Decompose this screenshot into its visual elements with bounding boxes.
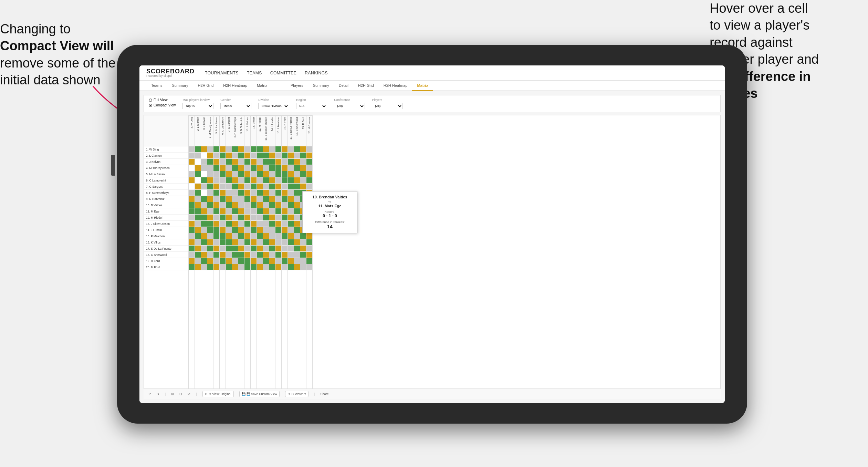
grid-cell-r11-c11[interactable] <box>251 208 257 215</box>
grid-cell-r15-c13[interactable] <box>263 233 269 239</box>
grid-cell-r19-c20[interactable] <box>306 258 312 264</box>
grid-cell-r10-c3[interactable] <box>201 202 207 208</box>
filter-region-select[interactable]: N/A <box>296 103 327 109</box>
grid-cell-r17-c6[interactable] <box>220 246 226 252</box>
grid-cell-r12-c18[interactable] <box>294 215 300 221</box>
grid-cell-r1-c14[interactable] <box>269 146 275 153</box>
grid-cell-r15-c7[interactable] <box>226 233 232 239</box>
grid-cell-r15-c15[interactable] <box>275 233 281 239</box>
grid-cell-r16-c2[interactable] <box>195 239 201 246</box>
grid-cell-r20-c12[interactable] <box>257 264 263 270</box>
grid-cell-r2-c13[interactable] <box>263 153 269 159</box>
grid-cell-r19-c3[interactable] <box>201 258 207 264</box>
grid-cell-r2-c2[interactable] <box>195 153 201 159</box>
grid-cell-r14-c3[interactable] <box>201 227 207 233</box>
grid-cell-r6-c16[interactable] <box>282 177 287 184</box>
grid-cell-r3-c14[interactable] <box>269 159 275 165</box>
view-original-btn[interactable]: ⊙ ⊙ View: Original <box>202 391 234 397</box>
grid-cell-r10-c6[interactable] <box>220 202 226 208</box>
grid-cell-r2-c9[interactable] <box>238 153 244 159</box>
grid-cell-r1-c19[interactable] <box>300 146 306 153</box>
grid-cell-r1-c18[interactable] <box>294 146 300 153</box>
grid-cell-r2-c20[interactable] <box>306 153 312 159</box>
grid-cell-r12-c13[interactable] <box>263 215 269 221</box>
grid-cell-r8-c10[interactable] <box>244 190 250 196</box>
grid-cell-r6-c4[interactable] <box>207 177 213 184</box>
grid-cell-r3-c7[interactable] <box>226 159 232 165</box>
grid-cell-r18-c4[interactable] <box>207 252 213 258</box>
grid-cell-r11-c16[interactable] <box>282 208 287 215</box>
grid-cell-r3-c16[interactable] <box>282 159 287 165</box>
grid-cell-r18-c16[interactable] <box>282 252 287 258</box>
grid-cell-r2-c6[interactable] <box>220 153 226 159</box>
grid-cell-r11-c7[interactable] <box>226 208 232 215</box>
grid-cell-r1-c13[interactable] <box>263 146 269 153</box>
compact-view-option[interactable]: Compact View <box>149 103 176 107</box>
grid-cell-r5-c1[interactable] <box>189 171 195 177</box>
grid-cell-r7-c9[interactable] <box>238 184 244 190</box>
grid-cell-r7-c16[interactable] <box>282 184 287 190</box>
grid-cell-r9-c3[interactable] <box>201 196 207 202</box>
grid-cell-r15-c16[interactable] <box>282 233 287 239</box>
grid-cell-r19-c17[interactable] <box>288 258 294 264</box>
toolbar-refresh[interactable]: ⟳ <box>188 392 190 396</box>
grid-cell-r16-c16[interactable] <box>282 239 287 246</box>
grid-cell-r9-c4[interactable] <box>207 196 213 202</box>
grid-cell-r13-c14[interactable] <box>269 221 275 227</box>
grid-cell-r4-c17[interactable] <box>288 165 294 171</box>
grid-cell-r4-c2[interactable] <box>195 165 201 171</box>
grid-cell-r5-c3[interactable] <box>201 171 207 177</box>
grid-cell-r8-c7[interactable] <box>226 190 232 196</box>
grid-cell-r10-c7[interactable] <box>226 202 232 208</box>
grid-cell-r9-c11[interactable] <box>251 196 257 202</box>
grid-cell-r6-c9[interactable] <box>238 177 244 184</box>
grid-cell-r5-c18[interactable] <box>294 171 300 177</box>
grid-cell-r7-c7[interactable] <box>226 184 232 190</box>
grid-cell-r18-c1[interactable] <box>189 252 195 258</box>
grid-cell-r3-c11[interactable] <box>251 159 257 165</box>
grid-cell-r10-c10[interactable] <box>244 202 250 208</box>
grid-cell-r1-c16[interactable] <box>282 146 287 153</box>
grid-cell-r6-c2[interactable] <box>195 177 201 184</box>
grid-cell-r11-c8[interactable] <box>232 208 238 215</box>
grid-cell-r3-c20[interactable] <box>306 159 312 165</box>
grid-cell-r8-c6[interactable] <box>220 190 226 196</box>
grid-cell-r20-c10[interactable] <box>244 264 250 270</box>
grid-cell-r14-c4[interactable] <box>207 227 213 233</box>
grid-cell-r4-c8[interactable] <box>232 165 238 171</box>
grid-cell-r2-c3[interactable] <box>201 153 207 159</box>
grid-cell-r1-c8[interactable] <box>232 146 238 153</box>
grid-cell-r6-c15[interactable] <box>275 177 281 184</box>
grid-cell-r5-c13[interactable] <box>263 171 269 177</box>
grid-cell-r11-c13[interactable] <box>263 208 269 215</box>
grid-cell-r17-c19[interactable] <box>300 246 306 252</box>
grid-cell-r19-c5[interactable] <box>213 258 219 264</box>
grid-cell-r10-c15[interactable] <box>275 202 281 208</box>
grid-cell-r4-c7[interactable] <box>226 165 232 171</box>
grid-cell-r1-c9[interactable] <box>238 146 244 153</box>
tab-h2h-grid[interactable]: H2H Grid <box>193 81 218 91</box>
grid-cell-r10-c2[interactable] <box>195 202 201 208</box>
grid-cell-r5-c5[interactable] <box>213 171 219 177</box>
grid-cell-r18-c14[interactable] <box>269 252 275 258</box>
grid-cell-r5-c6[interactable] <box>220 171 226 177</box>
grid-cell-r1-c17[interactable] <box>288 146 294 153</box>
grid-cell-r15-c20[interactable] <box>306 233 312 239</box>
grid-cell-r17-c7[interactable] <box>226 246 232 252</box>
grid-cell-r12-c11[interactable] <box>251 215 257 221</box>
grid-cell-r17-c9[interactable] <box>238 246 244 252</box>
nav-committee[interactable]: COMMITTEE <box>270 71 297 75</box>
grid-cell-r12-c15[interactable] <box>275 215 281 221</box>
grid-cell-r13-c1[interactable] <box>189 221 195 227</box>
grid-cell-r11-c15[interactable] <box>275 208 281 215</box>
grid-cell-r15-c14[interactable] <box>269 233 275 239</box>
grid-cell-r8-c2[interactable] <box>195 190 201 196</box>
toolbar-redo[interactable]: ↪ <box>157 392 159 396</box>
grid-cell-r2-c5[interactable] <box>213 153 219 159</box>
grid-cell-r4-c12[interactable] <box>257 165 263 171</box>
grid-cell-r8-c5[interactable] <box>213 190 219 196</box>
grid-cell-r9-c6[interactable] <box>220 196 226 202</box>
grid-cell-r11-c6[interactable] <box>220 208 226 215</box>
grid-cell-r8-c3[interactable] <box>201 190 207 196</box>
grid-cell-r19-c11[interactable] <box>251 258 257 264</box>
